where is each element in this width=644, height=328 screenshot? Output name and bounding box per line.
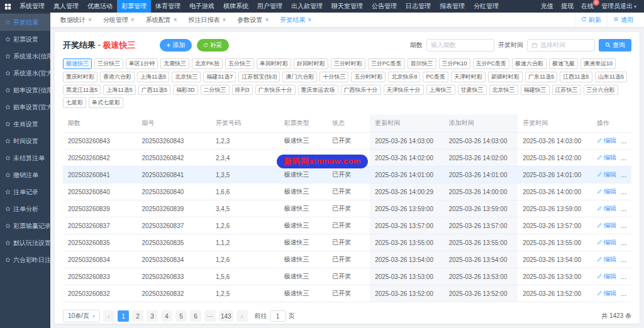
lottery-chip[interactable]: 广西11选5 [138, 85, 170, 96]
close-icon[interactable]: × [131, 17, 135, 23]
period-input[interactable]: 输入期数 [426, 39, 494, 52]
edit-link[interactable]: 编辑 [597, 153, 616, 162]
sidebar-item[interactable]: 注单记录 [0, 183, 50, 200]
grid-logo-icon[interactable] [0, 0, 15, 13]
lottery-chip[interactable]: 澳门六合彩 [282, 72, 317, 82]
lottery-chip[interactable]: PC蛋蛋 [423, 72, 448, 82]
common-button[interactable]: 通用 [607, 13, 639, 28]
edit-link[interactable]: 编辑 [597, 272, 616, 281]
last-page-button[interactable]: 143 [219, 310, 233, 322]
sidebar-item[interactable]: 赔率设置(官方) [0, 99, 50, 116]
lottery-chip[interactable]: 新疆时时彩 [488, 72, 523, 82]
close-icon[interactable]: × [223, 17, 226, 23]
edit-link[interactable]: 编辑 [597, 136, 616, 145]
close-icon[interactable]: × [308, 17, 311, 23]
lottery-chip[interactable]: 三分六合彩 [584, 85, 618, 96]
lottery-chip[interactable]: 香港六合彩 [100, 72, 135, 82]
lottery-chip[interactable]: 极速六合彩 [512, 58, 547, 69]
sidebar-item[interactable]: 开奖结果 [0, 14, 50, 31]
lottery-chip[interactable]: 江苏快三 [552, 85, 581, 96]
lottery-chip[interactable]: 首尔快三 [408, 58, 436, 69]
tab-分组管理[interactable]: 分组管理× [98, 14, 140, 26]
lottery-chip[interactable]: 十分快三 [319, 72, 348, 82]
lottery-chip[interactable]: 江西11选5 [560, 72, 592, 82]
page-size-select[interactable]: 10条/页 ▾ [63, 310, 100, 322]
sidebar-item[interactable]: 系统退水(信用) [0, 48, 50, 65]
top-menu-item[interactable]: 棋牌系统 [219, 0, 253, 13]
lottery-chip[interactable]: 重庆幸运农场 [298, 85, 338, 96]
logout-menu[interactable]: 管理员退出 ▾ [601, 2, 636, 11]
page-button[interactable]: 5 [175, 310, 187, 322]
top-menu-item[interactable]: 分红管理 [469, 0, 503, 13]
lottery-chip[interactable]: 五分快三 [225, 58, 254, 69]
lottery-chip[interactable]: 单回时时彩 [257, 58, 291, 69]
tab-参数设置[interactable]: 参数设置× [232, 14, 274, 26]
lottery-chip[interactable]: 福彩3D [173, 85, 198, 96]
lottery-chip[interactable]: 极速飞艇 [549, 58, 578, 69]
lottery-chip[interactable]: 北京快三 [489, 85, 518, 96]
sidebar-item[interactable]: 未结算注单 [0, 150, 50, 167]
lottery-chip[interactable]: 福建31选7 [203, 72, 236, 82]
sidebar-item[interactable]: 默认玩法设置 [0, 234, 50, 251]
more-pages-button[interactable]: ··· [204, 310, 216, 322]
lottery-chip[interactable]: 三分PK10 [439, 58, 470, 69]
lottery-chip[interactable]: 五分时时彩 [351, 72, 386, 82]
edit-link[interactable]: 编辑 [597, 187, 616, 196]
refresh-button[interactable]: 刷新 [575, 13, 607, 28]
edit-link[interactable]: 编辑 [597, 289, 616, 298]
search-button[interactable]: 查询 [599, 39, 631, 52]
top-menu-item[interactable]: 用户管理 [253, 0, 287, 13]
sidebar-item[interactable]: 生肖设置 [0, 116, 50, 133]
page-button[interactable]: 1 [118, 310, 129, 322]
top-menu-item[interactable]: 出入款管理 [287, 0, 327, 13]
edit-link[interactable]: 编辑 [597, 238, 616, 247]
top-menu-item[interactable]: 报表管理 [435, 0, 469, 13]
lottery-chip[interactable]: 五分PC蛋蛋 [473, 58, 510, 69]
top-menu-item[interactable]: 彩票管理 [117, 0, 151, 13]
top-menu-item[interactable]: 日志管理 [401, 0, 435, 13]
lottery-chip[interactable]: 黑龙江11选5 [63, 85, 101, 96]
lottery-chip[interactable]: 福建快三 [521, 85, 550, 96]
lottery-chip[interactable]: 单区1分钟 [126, 58, 158, 69]
lottery-chip[interactable]: 天津时时彩 [451, 72, 486, 82]
collect-button[interactable]: 补采 [197, 39, 229, 52]
prev-page-button[interactable]: ‹ [103, 310, 114, 322]
add-button[interactable]: 添加 [160, 39, 192, 52]
lottery-chip[interactable]: 甘肃快三 [458, 85, 487, 96]
lottery-chip[interactable]: 好回时时彩 [294, 58, 328, 69]
top-menu-item[interactable]: 体育管理 [151, 0, 185, 13]
sidebar-item[interactable]: 赔率设置(信用) [0, 82, 50, 99]
tab-开奖结果[interactable]: 开奖结果× [275, 14, 316, 26]
top-menu-item[interactable]: 优惠活动 [83, 0, 117, 13]
lottery-chip[interactable]: 澳洲幸运10 [580, 58, 616, 69]
page-button[interactable]: 2 [132, 310, 143, 322]
close-icon[interactable]: × [174, 17, 177, 23]
close-icon[interactable]: × [88, 17, 92, 23]
lottery-chip[interactable]: 极速快三 [63, 58, 92, 69]
top-menu-item[interactable]: 电子游戏 [185, 0, 219, 13]
sidebar-item[interactable]: 彩票设置 [0, 31, 50, 48]
lottery-chip[interactable]: 上海11选5 [137, 72, 169, 82]
lottery-chip[interactable]: 江苏骰宝(快3) [238, 72, 280, 82]
lottery-chip[interactable]: 七星彩 [63, 97, 86, 108]
lottery-chip[interactable]: 广西快乐十分 [341, 85, 381, 96]
page-jump-input[interactable] [270, 310, 286, 322]
lottery-chip[interactable]: 广东11选5 [525, 72, 557, 82]
sidebar-item[interactable]: 撤销注单 [0, 167, 50, 183]
lottery-chip[interactable]: 三分时时彩 [331, 58, 365, 69]
page-button[interactable]: 4 [161, 310, 172, 322]
lottery-chip[interactable]: 三分快三 [94, 58, 123, 69]
top-menu-item[interactable]: 聊天室管理 [327, 0, 367, 13]
lottery-chip[interactable]: 无需快三 [160, 58, 189, 69]
edit-link[interactable]: 编辑 [597, 204, 616, 213]
lottery-chip[interactable]: 北京快乐8 [388, 72, 420, 82]
sidebar-item[interactable]: 注单分析 [0, 200, 50, 217]
page-button[interactable]: 6 [190, 310, 201, 322]
edit-link[interactable]: 编辑 [597, 221, 616, 230]
next-page-button[interactable]: › [236, 310, 248, 322]
sidebar-item[interactable]: 彩票输赢记录 [0, 217, 50, 234]
lottery-chip[interactable]: 天津快乐十分 [384, 85, 424, 96]
edit-link[interactable]: 编辑 [597, 170, 616, 179]
top-menu-item[interactable]: 系统管理 [15, 0, 49, 13]
tab-投注日报表[interactable]: 投注日报表× [184, 14, 231, 26]
